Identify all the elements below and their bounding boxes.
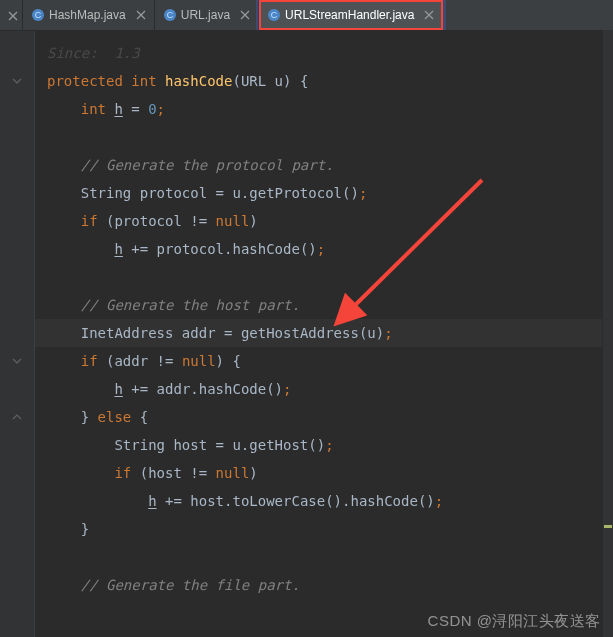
svg-text:C: C xyxy=(166,10,173,20)
code-line[interactable] xyxy=(47,263,605,291)
editor-tab-label: URLStreamHandler.java xyxy=(285,8,414,22)
code-line[interactable]: // Generate the file part. xyxy=(47,571,605,599)
fold-expand-icon[interactable] xyxy=(12,412,22,422)
code-line[interactable]: h += host.toLowerCase().hashCode(); xyxy=(47,487,605,515)
close-icon[interactable] xyxy=(136,10,146,20)
code-line[interactable]: String host = u.getHost(); xyxy=(47,431,605,459)
code-line[interactable]: Since: 1.3 xyxy=(47,39,605,67)
code-line[interactable]: h += addr.hashCode(); xyxy=(47,375,605,403)
code-line[interactable]: h += protocol.hashCode(); xyxy=(47,235,605,263)
code-line[interactable]: // Generate the host part. xyxy=(47,291,605,319)
code-line[interactable]: if (host != null) xyxy=(47,459,605,487)
code-line[interactable]: // Generate the protocol part. xyxy=(47,151,605,179)
svg-text:C: C xyxy=(271,10,278,20)
code-line[interactable]: protected int hashCode(URL u) { xyxy=(47,67,605,95)
stripe-mark[interactable] xyxy=(604,525,612,528)
java-class-icon: C xyxy=(267,8,281,22)
gutter[interactable] xyxy=(0,31,35,637)
editor-tab[interactable]: CURLStreamHandler.java xyxy=(259,0,443,30)
editor-tab[interactable]: CURL.java xyxy=(155,0,259,30)
java-class-icon: C xyxy=(31,8,45,22)
close-icon[interactable] xyxy=(8,10,18,20)
code-line[interactable]: String protocol = u.getProtocol(); xyxy=(47,179,605,207)
code-line[interactable]: InetAddress addr = getHostAddress(u); xyxy=(35,319,613,347)
code-line[interactable] xyxy=(47,543,605,571)
java-class-icon: C xyxy=(163,8,177,22)
code-line[interactable]: } else { xyxy=(47,403,605,431)
code-line[interactable] xyxy=(47,123,605,151)
editor-tab[interactable]: CHashMap.java xyxy=(23,0,155,30)
editor-tab-label: HashMap.java xyxy=(49,8,126,22)
code-line[interactable]: } xyxy=(47,515,605,543)
editor-tabs[interactable]: CHashMap.javaCURL.javaCURLStreamHandler.… xyxy=(0,0,613,31)
editor-tab-label: URL.java xyxy=(181,8,230,22)
fold-collapse-icon[interactable] xyxy=(12,76,22,86)
code-line[interactable]: if (addr != null) { xyxy=(47,347,605,375)
svg-text:C: C xyxy=(35,10,42,20)
editor[interactable]: Since: 1.3protected int hashCode(URL u) … xyxy=(0,31,613,637)
close-icon[interactable] xyxy=(424,10,434,20)
code-line[interactable]: int h = 0; xyxy=(47,95,605,123)
editor-tab-sliver[interactable] xyxy=(0,0,23,30)
code-line[interactable]: if (protocol != null) xyxy=(47,207,605,235)
close-icon[interactable] xyxy=(240,10,250,20)
code-area[interactable]: Since: 1.3protected int hashCode(URL u) … xyxy=(35,31,613,637)
fold-collapse-icon[interactable] xyxy=(12,356,22,366)
marker-stripe[interactable] xyxy=(602,30,613,637)
